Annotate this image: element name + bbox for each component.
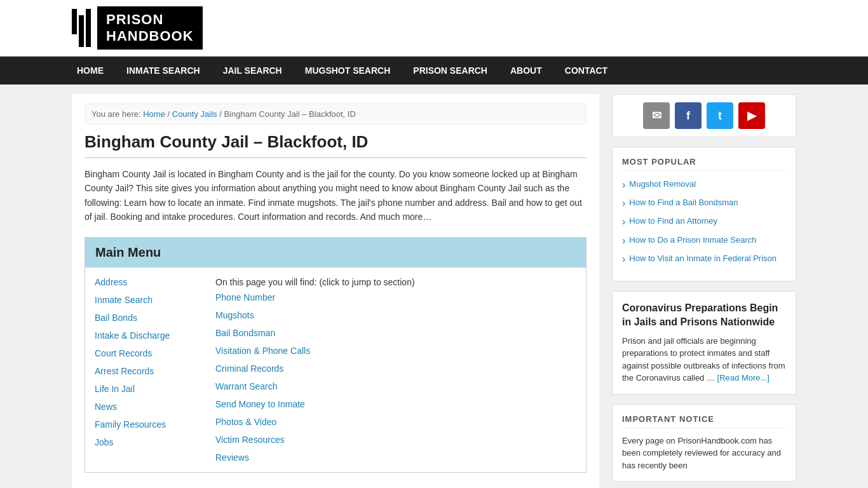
nav-prison-search[interactable]: PRISON SEARCH [402, 57, 499, 85]
nav-mugshot-search[interactable]: MUGSHOT SEARCH [294, 57, 402, 85]
menu-link[interactable]: Phone Number [215, 292, 415, 302]
popular-item[interactable]: How to Visit an Inmate in Federal Prison [622, 253, 786, 265]
notice-title: IMPORTANT NOTICE [622, 414, 786, 428]
intro-text: Bingham County Jail is located in Bingha… [85, 167, 587, 224]
news-title: Coronavirus Preparations Begin in Jails … [622, 301, 786, 330]
most-popular-box: MOST POPULAR Mugshot RemovalHow to Find … [612, 147, 796, 281]
menu-link[interactable]: Reviews [215, 452, 415, 463]
logo-line1: PRISON [106, 11, 194, 28]
facebook-button[interactable]: f [675, 102, 702, 129]
menu-link[interactable]: Intake & Discharge [95, 330, 203, 341]
breadcrumb-current: Bingham County Jail – Blackfoot, ID [224, 109, 355, 119]
menu-col1: AddressInmate SearchBail BondsIntake & D… [95, 277, 203, 447]
menu-col2: Phone NumberMugshotsBail BondsmanVisitat… [215, 292, 415, 463]
nav-contact[interactable]: CONTACT [553, 57, 619, 85]
menu-link[interactable]: Criminal Records [215, 363, 415, 374]
popular-item[interactable]: How to Find a Bail Bondsman [622, 197, 786, 209]
menu-link[interactable]: Visitation & Phone Calls [215, 346, 415, 356]
nav-inmate-search[interactable]: INMATE SEARCH [115, 57, 212, 85]
news-text: Prison and jail officials are beginning … [622, 335, 786, 384]
menu-link[interactable]: Mugshots [215, 310, 415, 320]
nav-jail-search[interactable]: JAIL SEARCH [212, 57, 294, 85]
most-popular-title: MOST POPULAR [622, 157, 786, 171]
logo-line2: HANDBOOK [106, 28, 194, 44]
breadcrumb-home[interactable]: Home [143, 109, 165, 119]
menu-link[interactable]: Arrest Records [95, 366, 203, 376]
menu-link[interactable]: Photos & Video [215, 417, 415, 427]
breadcrumb: You are here: Home / County Jails / Bing… [85, 104, 587, 125]
menu-link[interactable]: Warrant Search [215, 381, 415, 391]
site-logo[interactable]: PRISON HANDBOOK [72, 6, 796, 50]
menu-link[interactable]: Family Resources [95, 419, 203, 430]
page-title: Bingham County Jail – Blackfoot, ID [85, 132, 587, 158]
menu-link[interactable]: Jobs [95, 437, 203, 447]
notice-box: IMPORTANT NOTICE Every page on PrisonHan… [612, 404, 796, 482]
news-box: Coronavirus Preparations Begin in Jails … [612, 291, 796, 395]
popular-item[interactable]: How to Do a Prison Inmate Search [622, 234, 786, 247]
menu-link[interactable]: Inmate Search [95, 295, 203, 305]
menu-intro: On this page you will find: (click to ju… [215, 277, 415, 287]
main-menu-header: Main Menu [85, 238, 586, 268]
bottom-text: The thought of getting arrested and goin… [85, 485, 587, 488]
menu-link[interactable]: Bail Bondsman [215, 328, 415, 338]
popular-list: Mugshot RemovalHow to Find a Bail Bondsm… [622, 179, 786, 265]
breadcrumb-county-jails[interactable]: County Jails [172, 109, 217, 119]
social-buttons: ✉ f t ▶ [612, 94, 796, 137]
popular-item[interactable]: How to Find an Attorney [622, 215, 786, 227]
breadcrumb-you-are-here: You are here: [92, 109, 141, 119]
nav-about[interactable]: ABOUT [499, 57, 553, 85]
email-button[interactable]: ✉ [643, 102, 670, 129]
logo-bars-icon [72, 9, 91, 47]
menu-link[interactable]: Life In Jail [95, 384, 203, 394]
twitter-button[interactable]: t [707, 102, 733, 129]
menu-link[interactable]: Bail Bonds [95, 313, 203, 323]
menu-link[interactable]: News [95, 402, 203, 412]
youtube-button[interactable]: ▶ [738, 102, 765, 129]
menu-link[interactable]: Court Records [95, 348, 203, 358]
menu-link[interactable]: Address [95, 277, 203, 287]
news-read-more[interactable]: [Read More...] [717, 373, 770, 383]
menu-link[interactable]: Send Money to Inmate [215, 399, 415, 409]
main-menu-section: Main Menu AddressInmate SearchBail Bonds… [85, 237, 587, 473]
nav-home[interactable]: HOME [65, 57, 115, 85]
menu-link[interactable]: Victim Resources [215, 435, 415, 445]
popular-item[interactable]: Mugshot Removal [622, 179, 786, 191]
notice-text: Every page on PrisonHandbook.com has bee… [622, 435, 786, 472]
